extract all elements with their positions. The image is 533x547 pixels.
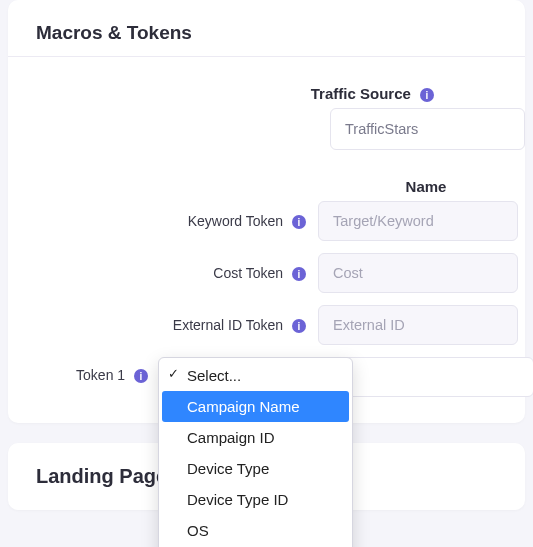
info-icon[interactable]: i xyxy=(420,88,434,102)
external-id-token-label: External ID Token i xyxy=(8,317,318,333)
token1-row: Token 1 i Select... Campaign Name Campai… xyxy=(8,357,525,383)
keyword-token-input[interactable] xyxy=(318,201,518,241)
macros-body: Traffic Source i Name Keyword Token i Co… xyxy=(8,57,525,423)
keyword-token-label-text: Keyword Token xyxy=(188,213,283,229)
dropdown-option-device-type[interactable]: Device Type xyxy=(159,453,352,484)
info-icon[interactable]: i xyxy=(292,215,306,229)
external-id-token-input[interactable] xyxy=(318,305,518,345)
token1-dropdown-menu: Select... Campaign Name Campaign ID Devi… xyxy=(158,357,353,547)
traffic-source-row: Traffic Source i xyxy=(8,85,525,102)
dropdown-option-placeholder[interactable]: Select... xyxy=(159,360,352,391)
traffic-source-label-text: Traffic Source xyxy=(311,85,411,102)
token1-value-input[interactable] xyxy=(334,357,533,397)
dropdown-option-os[interactable]: OS xyxy=(159,515,352,546)
dropdown-option-campaign-id[interactable]: Campaign ID xyxy=(159,422,352,453)
column-header-name: Name xyxy=(326,168,526,201)
token1-label-text: Token 1 xyxy=(76,367,125,383)
info-icon[interactable]: i xyxy=(292,267,306,281)
token1-label: Token 1 i xyxy=(8,357,158,383)
dropdown-option-device-type-id[interactable]: Device Type ID xyxy=(159,484,352,515)
dropdown-option-campaign-name[interactable]: Campaign Name xyxy=(162,391,349,422)
traffic-source-input[interactable] xyxy=(330,108,525,150)
keyword-token-label: Keyword Token i xyxy=(8,213,318,229)
section-title-macros: Macros & Tokens xyxy=(8,0,525,57)
info-icon[interactable]: i xyxy=(292,319,306,333)
cost-token-label: Cost Token i xyxy=(8,265,318,281)
external-id-token-row: External ID Token i xyxy=(8,305,525,345)
cost-token-row: Cost Token i xyxy=(8,253,525,293)
traffic-source-label: Traffic Source i xyxy=(8,85,446,102)
info-icon[interactable]: i xyxy=(134,369,148,383)
external-id-token-label-text: External ID Token xyxy=(173,317,283,333)
keyword-token-row: Keyword Token i xyxy=(8,201,525,241)
cost-token-label-text: Cost Token xyxy=(213,265,283,281)
traffic-source-input-row xyxy=(8,108,525,150)
macros-tokens-card: Macros & Tokens Traffic Source i Name Ke… xyxy=(8,0,525,423)
cost-token-input[interactable] xyxy=(318,253,518,293)
